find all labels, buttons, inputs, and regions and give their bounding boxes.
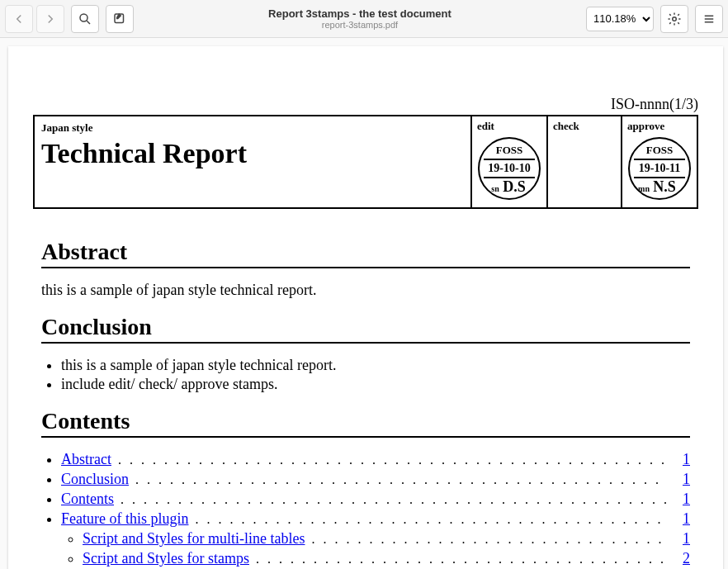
chevron-right-icon — [43, 12, 58, 26]
svg-point-3 — [673, 17, 677, 21]
gear-icon — [667, 12, 682, 26]
toolbar: Report 3stamps - the test document repor… — [0, 0, 728, 38]
toc-dots: . . . . . . . . . . . . . . . . . . . . … — [256, 552, 667, 567]
subtitle-label: Japan style — [41, 121, 464, 135]
search-button[interactable] — [71, 5, 99, 33]
toc-item: Conclusion. . . . . . . . . . . . . . . … — [61, 471, 690, 488]
svg-text:19-10-11: 19-10-11 — [639, 162, 681, 174]
toc-page-link[interactable]: 2 — [674, 550, 690, 567]
edit-stamp: FOSS 19-10-10 sn D.S — [477, 136, 541, 201]
document-filename: report-3stamps.pdf — [140, 20, 579, 30]
svg-text:sn: sn — [491, 184, 499, 193]
toc-dots: . . . . . . . . . . . . . . . . . . . . … — [118, 453, 667, 467]
toc-item: Abstract. . . . . . . . . . . . . . . . … — [61, 451, 690, 468]
toc-link[interactable]: Conclusion — [61, 471, 129, 488]
svg-text:FOSS: FOSS — [496, 144, 523, 156]
approve-stamp-cell: approve FOSS 19-10-11 mn N.S — [622, 116, 697, 208]
approve-stamp-label: approve — [627, 120, 692, 133]
document-body: Abstract this is a sample of japan style… — [33, 209, 698, 569]
toc-page-link[interactable]: 1 — [674, 471, 690, 488]
contents-heading: Contents — [41, 408, 690, 438]
toc-list: Abstract. . . . . . . . . . . . . . . . … — [61, 451, 690, 569]
document-title: Report 3stamps - the test document — [140, 7, 579, 20]
hamburger-icon — [702, 12, 716, 26]
list-item: include edit/ check/ approve stamps. — [61, 376, 690, 393]
toc-link[interactable]: Feature of this plugin — [61, 510, 188, 528]
svg-text:19-10-10: 19-10-10 — [488, 162, 530, 174]
header-table: Japan style Technical Report edit FOSS 1… — [33, 115, 698, 209]
toc-page-link[interactable]: 1 — [674, 451, 690, 468]
toc-link[interactable]: Contents — [61, 491, 114, 508]
svg-point-0 — [80, 14, 87, 21]
svg-text:D.S: D.S — [503, 178, 526, 195]
toc-item: Contents. . . . . . . . . . . . . . . . … — [61, 491, 690, 508]
list-item: this is a sample of japan style technica… — [61, 357, 690, 374]
toc-link[interactable]: Script and Styles for multi-line tables — [83, 530, 305, 548]
edit-stamp-cell: edit FOSS 19-10-10 sn D.S — [471, 116, 547, 208]
toc-sublist: Script and Styles for multi-line tables.… — [83, 530, 690, 569]
svg-line-1 — [87, 21, 90, 24]
toc-page-link[interactable]: 1 — [674, 530, 690, 548]
document-area: ISO-nnnn(1/3) Japan style Technical Repo… — [0, 38, 728, 569]
toc-link[interactable]: Abstract — [61, 451, 111, 468]
svg-text:FOSS: FOSS — [646, 144, 674, 156]
window-title: Report 3stamps - the test document repor… — [140, 7, 579, 30]
abstract-heading: Abstract — [41, 239, 690, 268]
svg-text:mn: mn — [638, 184, 650, 193]
abstract-paragraph: this is a sample of japan style technica… — [41, 282, 690, 299]
document-main-title: Technical Report — [41, 138, 464, 169]
toc-dots: . . . . . . . . . . . . . . . . . . . . … — [135, 472, 667, 487]
title-cell: Japan style Technical Report — [34, 116, 471, 208]
svg-text:N.S: N.S — [653, 178, 676, 195]
menu-button[interactable] — [695, 5, 723, 33]
toc-page-link[interactable]: 1 — [674, 510, 690, 528]
toc-item: Script and Styles for stamps. . . . . . … — [83, 550, 690, 567]
conclusion-list: this is a sample of japan style technica… — [61, 357, 690, 393]
pdf-page: ISO-nnnn(1/3) Japan style Technical Repo… — [8, 46, 723, 569]
chevron-left-icon — [12, 12, 26, 26]
nav-back-button[interactable] — [5, 5, 33, 33]
edit-icon — [112, 12, 127, 26]
settings-button[interactable] — [660, 5, 688, 33]
toc-dots: . . . . . . . . . . . . . . . . . . . . … — [311, 532, 667, 547]
search-icon — [78, 12, 92, 26]
nav-forward-button[interactable] — [36, 5, 64, 33]
toc-page-link[interactable]: 1 — [674, 491, 690, 508]
toc-dots: . . . . . . . . . . . . . . . . . . . . … — [121, 492, 667, 507]
check-stamp-label: check — [553, 120, 616, 133]
conclusion-heading: Conclusion — [41, 314, 690, 344]
toc-item: Feature of this plugin. . . . . . . . . … — [61, 510, 690, 569]
toc-link[interactable]: Script and Styles for stamps — [83, 550, 249, 567]
approve-stamp: FOSS 19-10-11 mn N.S — [627, 136, 692, 201]
zoom-select[interactable]: 110.18% — [586, 7, 654, 31]
iso-label: ISO-nnnn(1/3) — [33, 96, 698, 113]
edit-button[interactable] — [106, 5, 134, 33]
edit-stamp-label: edit — [477, 120, 541, 133]
check-stamp-cell: check — [547, 116, 622, 208]
toc-dots: . . . . . . . . . . . . . . . . . . . . … — [195, 512, 667, 527]
toc-item: Script and Styles for multi-line tables.… — [83, 530, 690, 548]
